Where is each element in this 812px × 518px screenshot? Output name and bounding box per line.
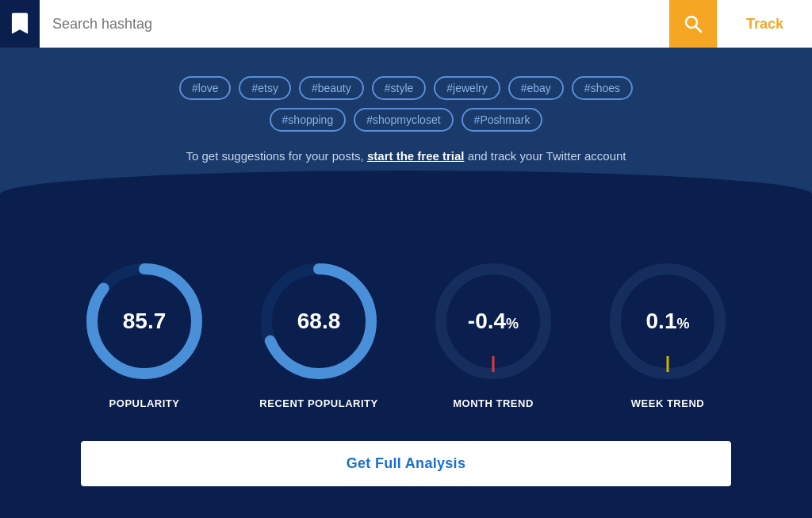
tag-item[interactable]: #Poshmark bbox=[462, 108, 543, 132]
metric-value-month-trend: -0.4% bbox=[468, 309, 519, 334]
trend-line-yellow bbox=[667, 356, 669, 372]
tag-item[interactable]: #shopmycloset bbox=[354, 108, 453, 132]
metric-month-trend: -0.4%MONTH TREND bbox=[430, 258, 557, 409]
tags-container: #love#etsy#beauty#style#jewelry#ebay#sho… bbox=[0, 63, 812, 140]
metric-value-recent-popularity: 68.8 bbox=[297, 309, 341, 334]
free-trial-link[interactable]: start the free trial bbox=[367, 149, 465, 163]
metric-label-recent-popularity: RECENT POPULARITY bbox=[259, 397, 377, 409]
tag-item[interactable]: #jewelry bbox=[434, 76, 500, 100]
tag-item[interactable]: #beauty bbox=[299, 76, 364, 100]
metric-label-popularity: POPULARITY bbox=[109, 397, 180, 409]
tags-row-1: #love#etsy#beauty#style#jewelry#ebay#sho… bbox=[179, 76, 633, 100]
track-button[interactable]: Track bbox=[717, 0, 812, 48]
metric-recent-popularity: 68.8RECENT POPULARITY bbox=[255, 258, 382, 409]
header: fashion Track bbox=[0, 0, 812, 48]
tag-item[interactable]: #shopping bbox=[270, 108, 347, 132]
circle-month-trend: -0.4% bbox=[430, 258, 557, 385]
metric-value-popularity: 85.7 bbox=[123, 309, 167, 334]
circle-week-trend: 0.1% bbox=[604, 258, 731, 385]
metric-popularity: 85.7POPULARITY bbox=[81, 258, 208, 409]
tag-item[interactable]: #love bbox=[179, 76, 231, 100]
metric-week-trend: 0.1%WEEK TREND bbox=[604, 258, 731, 409]
search-input[interactable]: fashion bbox=[40, 0, 669, 48]
metric-label-week-trend: WEEK TREND bbox=[631, 397, 704, 409]
metrics-section: 85.7POPULARITY68.8RECENT POPULARITY-0.4%… bbox=[0, 210, 812, 518]
metrics-row: 85.7POPULARITY68.8RECENT POPULARITY-0.4%… bbox=[81, 258, 731, 409]
svg-line-1 bbox=[696, 27, 702, 33]
tag-item[interactable]: #shoes bbox=[572, 76, 633, 100]
circle-popularity: 85.7 bbox=[81, 258, 208, 385]
suggestion-text: To get suggestions for your posts, start… bbox=[0, 149, 812, 163]
tags-row-2: #shopping#shopmycloset#Poshmark bbox=[270, 108, 543, 132]
bookmark-icon bbox=[0, 0, 40, 48]
search-button[interactable] bbox=[669, 0, 717, 48]
tag-item[interactable]: #etsy bbox=[239, 76, 290, 100]
full-analysis-button[interactable]: Get Full Analysis bbox=[81, 441, 731, 486]
tag-item[interactable]: #style bbox=[372, 76, 427, 100]
circle-recent-popularity: 68.8 bbox=[255, 258, 382, 385]
metric-label-month-trend: MONTH TREND bbox=[453, 397, 534, 409]
tags-section: #love#etsy#beauty#style#jewelry#ebay#sho… bbox=[0, 48, 812, 210]
metric-value-week-trend: 0.1% bbox=[646, 309, 690, 334]
trend-line-red bbox=[492, 356, 495, 372]
tag-item[interactable]: #ebay bbox=[508, 76, 564, 100]
